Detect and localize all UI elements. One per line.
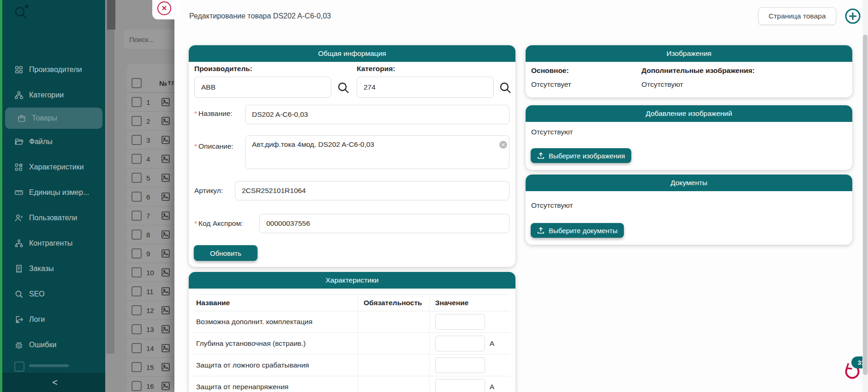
partial-icon	[14, 362, 24, 372]
sidebar-item-label: Единицы измер...	[29, 188, 89, 197]
documents-header: Документы	[526, 175, 852, 191]
modal-overlay[interactable]	[105, 0, 179, 392]
characteristic-value-input[interactable]	[435, 336, 485, 351]
characteristic-row: Глубина установочная (встраив.) А	[193, 333, 510, 355]
close-icon: ✕	[162, 4, 168, 12]
category-input[interactable]	[357, 77, 494, 98]
documents-card: Документы Отсутствуют Выберите документы	[526, 175, 852, 245]
sidebar-item-counterparties[interactable]: Контрагенты	[2, 230, 105, 256]
sidebar-item-files[interactable]: Файлы	[2, 129, 105, 154]
characteristics-rows: Возможна дополнит. комплектация Глубина …	[193, 311, 510, 392]
characteristic-name: Возможна дополнит. комплектация	[193, 318, 358, 326]
additional-images-label: Дополнительные изображения:	[641, 66, 754, 75]
main-image-label: Основное:	[531, 66, 569, 75]
sidebar-item-attributes[interactable]: Характеристики	[2, 154, 105, 180]
add-product-icon[interactable]	[844, 7, 862, 25]
manufacturer-input[interactable]	[194, 77, 331, 98]
product-page-button[interactable]: Страница товара	[758, 7, 836, 25]
required-mark: *	[194, 142, 197, 150]
characteristics-header: Характеристики	[189, 272, 515, 289]
images-header: Изображения	[526, 45, 852, 62]
choose-documents-button[interactable]: Выберите документы	[531, 223, 624, 238]
characteristics-card: Характеристики Название Обязательность З…	[189, 272, 515, 392]
characteristic-required	[358, 333, 429, 354]
manufacturer-search-icon[interactable]	[337, 81, 350, 94]
attributes-icon	[14, 163, 24, 172]
category-search-icon[interactable]	[499, 81, 512, 94]
name-input[interactable]	[245, 105, 509, 124]
sidebar-item-label: Производители	[29, 66, 82, 74]
app-root: Производители Категории Товары Файлы	[0, 0, 868, 392]
sidebar-item-label: Пользователи	[29, 214, 77, 222]
goods-icon	[17, 114, 26, 123]
search-icon	[14, 289, 24, 299]
main-image-value: Отсутствует	[531, 80, 571, 89]
description-textarea[interactable]: Авт.диф.тока 4мод. DS202 A-C6-0,03	[245, 135, 509, 169]
add-images-header: Добавление изображений	[526, 105, 852, 122]
additional-images-value: Отсутствуют	[641, 80, 683, 89]
add-images-empty: Отсутствуют	[531, 128, 573, 136]
characteristic-value-input[interactable]	[435, 379, 485, 392]
sku-label: Артикул:	[194, 187, 223, 195]
characteristic-unit: А	[490, 383, 494, 391]
characteristics-table: Название Обязательность Значение Возможн…	[193, 294, 510, 392]
characteristic-value-input[interactable]	[435, 357, 485, 373]
sidebar-item-categories[interactable]: Категории	[2, 82, 105, 108]
sku-input[interactable]	[235, 181, 509, 200]
characteristic-name: Защита от ложного срабатывания	[193, 361, 358, 369]
name-label: *Название:	[194, 109, 233, 118]
required-mark: *	[194, 219, 197, 227]
grid-icon	[14, 65, 24, 74]
sidebar-item-partial[interactable]	[2, 361, 108, 373]
description-label: *Описание:	[194, 142, 233, 151]
characteristic-value-input[interactable]	[435, 314, 485, 330]
sidebar-item-label: Логи	[29, 315, 45, 324]
page-scrollbar[interactable]	[862, 0, 868, 392]
sidebar: Производители Категории Товары Файлы	[0, 0, 105, 392]
choose-images-button[interactable]: Выберите изображения	[531, 148, 631, 163]
code-label: *Код Акспром:	[194, 219, 243, 228]
clear-description-icon[interactable]: ✕	[499, 141, 507, 149]
images-card: Изображения Основное: Отсутствует Дополн…	[526, 45, 852, 97]
update-button[interactable]: Обновить	[194, 245, 257, 261]
sidebar-item-orders[interactable]: Заказы	[2, 256, 105, 281]
required-mark: *	[194, 109, 197, 117]
sidebar-item-units[interactable]: Единицы измер...	[2, 180, 105, 205]
sidebar-item-errors[interactable]: Ошибки	[2, 332, 105, 357]
col-required: Обязательность	[358, 295, 429, 311]
users-icon	[14, 213, 24, 223]
sidebar-item-label: Характеристики	[29, 163, 84, 171]
manufacturer-label: Производитель:	[194, 65, 252, 73]
general-info-card: Общая информация Производитель: Категори…	[189, 45, 515, 267]
sidebar-item-products[interactable]: Товары	[5, 108, 102, 129]
upload-icon	[537, 152, 545, 159]
upload-icon	[537, 227, 545, 234]
col-name: Название	[193, 299, 358, 307]
sidebar-collapse-button[interactable]: <	[2, 373, 108, 392]
sidebar-item-users[interactable]: Пользователи	[2, 205, 105, 230]
sidebar-nav: Производители Категории Товары Файлы	[2, 57, 105, 357]
sidebar-item-label: Контрагенты	[29, 239, 72, 247]
sidebar-item-seo[interactable]: SEO	[2, 281, 105, 307]
sidebar-item-label: Ошибки	[29, 341, 56, 349]
col-value: Значение	[429, 295, 510, 311]
bug-icon	[14, 340, 24, 350]
documents-empty: Отсутствуют	[531, 201, 573, 210]
logs-icon	[14, 315, 24, 324]
category-label: Категория:	[357, 65, 395, 73]
characteristic-row: Защита от перенапряжения А	[193, 376, 510, 392]
sidebar-item-manufacturers[interactable]: Производители	[2, 57, 105, 82]
sidebar-item-label: Товары	[32, 114, 57, 122]
code-input[interactable]	[259, 214, 509, 233]
characteristics-table-header: Название Обязательность Значение	[193, 294, 510, 311]
orders-icon	[14, 264, 24, 273]
characteristic-unit: А	[490, 339, 494, 348]
characteristic-required	[358, 355, 429, 376]
sidebar-item-label: Заказы	[29, 265, 54, 273]
sidebar-item-label: SEO	[29, 290, 45, 298]
close-button[interactable]: ✕	[157, 1, 171, 15]
sidebar-item-logs[interactable]: Логи	[2, 307, 105, 332]
general-info-header: Общая информация	[189, 45, 515, 62]
app-logo-icon[interactable]	[12, 3, 32, 22]
page-scrollbar-thumb[interactable]	[863, 35, 868, 375]
